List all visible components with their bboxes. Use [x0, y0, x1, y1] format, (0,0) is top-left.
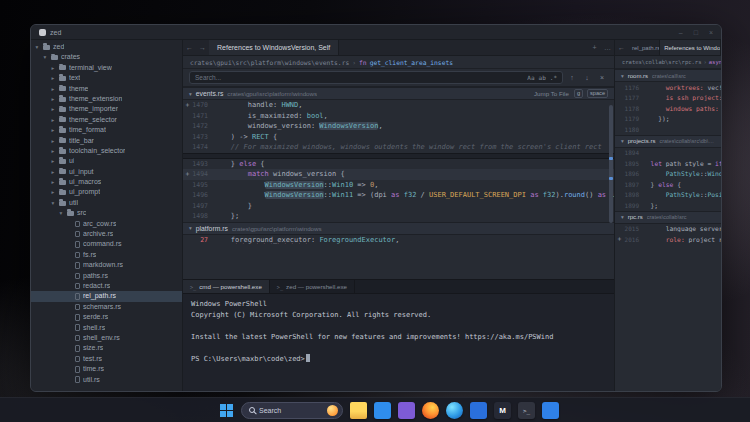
tree-item-size.rs[interactable]: size.rs	[31, 343, 182, 353]
code-line[interactable]: 1894	[615, 148, 721, 159]
code-line[interactable]: 1895 let path_style = if is_windows {	[615, 158, 721, 169]
excerpt-header[interactable]: ▾events.rscrates\gpui\src\platform\windo…	[183, 87, 614, 100]
tree-item-ui_macros[interactable]: ▸ui_macros	[31, 177, 182, 187]
code-line[interactable]: +1494 match windows_version {	[183, 169, 614, 180]
code-line[interactable]: 1498 };	[183, 211, 614, 222]
expand-excerpt-button[interactable]: +	[183, 170, 192, 178]
tree-item-schemars.rs[interactable]: schemars.rs	[31, 302, 182, 312]
expand-excerpt-button[interactable]: +	[615, 235, 624, 243]
search-toggle-whole-word[interactable]: ab	[539, 74, 546, 81]
tree-item-text[interactable]: ▸text	[31, 73, 182, 83]
search-close-button[interactable]: ×	[596, 72, 608, 84]
search-input[interactable]: Search... Aaab.*	[189, 71, 563, 84]
code-line[interactable]: 2015 language_servers,	[615, 224, 721, 235]
nav-back-button-right[interactable]: ←	[615, 40, 628, 55]
excerpt-header[interactable]: ▾projects.rscrates\collab\src\db\queries	[615, 135, 721, 148]
code-line[interactable]: 1180	[615, 124, 721, 135]
scrollbar-thumb[interactable]	[609, 105, 613, 223]
code-line[interactable]: 1495 WindowsVersion::Win10 => 0,	[183, 180, 614, 191]
pane-menu-button[interactable]: …	[601, 40, 614, 55]
terminal-tab[interactable]: >_cmd — powershell.exe	[183, 280, 270, 293]
jump-to-file-button[interactable]: Jump To File	[534, 90, 569, 97]
tree-item-src[interactable]: ▾src	[31, 208, 182, 218]
tree-item-time.rs[interactable]: time.rs	[31, 364, 182, 374]
tree-item-util[interactable]: ▾util	[31, 198, 182, 208]
tab-references-to-windows[interactable]: References to Windows	[660, 40, 721, 55]
code-line[interactable]: 1897 } else {	[615, 179, 721, 190]
tree-item-util.rs[interactable]: util.rs	[31, 375, 182, 385]
new-tab-button[interactable]: +	[588, 40, 601, 55]
code-line[interactable]: 1497 }	[183, 201, 614, 212]
search-prev-button[interactable]: ↑	[566, 72, 578, 84]
code-line[interactable]: 1493 } else {	[183, 159, 614, 170]
tree-item-ui_input[interactable]: ▸ui_input	[31, 167, 182, 177]
code-line[interactable]: 1899 };	[615, 200, 721, 211]
code-line[interactable]: +1470 handle: HWND,	[183, 100, 614, 111]
terminal-output[interactable]: Windows PowerShellCopyright (C) Microsof…	[183, 294, 614, 391]
tree-item-theme_selector[interactable]: ▸theme_selector	[31, 115, 182, 125]
tree-item-zed[interactable]: ▾zed	[31, 42, 182, 52]
excerpt-header[interactable]: ▾room.rscrates\call\src	[615, 69, 721, 82]
tree-item-theme_extension[interactable]: ▸theme_extension	[31, 94, 182, 104]
nav-back-button[interactable]: ←	[183, 40, 196, 55]
code-line[interactable]: 1179 });	[615, 114, 721, 125]
tab-references-windowsversion[interactable]: References to WindowsVersion, Self	[209, 40, 339, 55]
code-line[interactable]: 1472 windows_version: WindowsVersion,	[183, 121, 614, 132]
tree-item-title_bar[interactable]: ▸title_bar	[31, 136, 182, 146]
code-line[interactable]: 27 foreground_executor: ForegroundExecut…	[183, 235, 614, 246]
vscode-icon[interactable]	[542, 402, 559, 419]
breadcrumb-right[interactable]: crates\collab\src\rpc.rs › async fn join…	[615, 56, 721, 69]
tree-item-shell.rs[interactable]: shell.rs	[31, 323, 182, 333]
code-line[interactable]: 1473 ) -> RECT {	[183, 132, 614, 143]
code-line[interactable]: 1176 worktrees: vec![],	[615, 82, 721, 93]
excerpt-header[interactable]: ▾platform.rscrates\gpui\src\platform\win…	[183, 222, 614, 235]
code-line[interactable]: 1474 // For maximized windows, windows o…	[183, 142, 614, 153]
outlook-icon[interactable]	[470, 402, 487, 419]
tree-item-archive.rs[interactable]: archive.rs	[31, 229, 182, 239]
editor-scrollbar[interactable]	[609, 89, 613, 277]
tree-item-command.rs[interactable]: command.rs	[31, 239, 182, 249]
start-button[interactable]	[219, 403, 234, 418]
code-line[interactable]: 1898 PathStyle::Posix	[615, 190, 721, 201]
purple-app-icon[interactable]	[398, 402, 415, 419]
tree-item-serde.rs[interactable]: serde.rs	[31, 312, 182, 322]
tree-item-toolchain_selector[interactable]: ▸toolchain_selector	[31, 146, 182, 156]
taskbar-search[interactable]: Search	[241, 402, 343, 419]
code-line[interactable]: 1177 is_ssh_project: false,	[615, 93, 721, 104]
search-toggle-case-sensitive[interactable]: Aa	[527, 74, 534, 81]
code-line[interactable]: 1896 PathStyle::Windows	[615, 169, 721, 180]
tree-item-fs.rs[interactable]: fs.rs	[31, 250, 182, 260]
tree-item-shell_env.rs[interactable]: shell_env.rs	[31, 333, 182, 343]
terminal-tab[interactable]: >_zed — powershell.exe	[270, 280, 355, 293]
code-line[interactable]: 1178 windows_paths: None,	[615, 103, 721, 114]
tree-item-arc_cow.rs[interactable]: arc_cow.rs	[31, 219, 182, 229]
tree-item-test.rs[interactable]: test.rs	[31, 354, 182, 364]
edge-icon[interactable]	[446, 402, 463, 419]
nav-forward-button[interactable]: →	[196, 40, 209, 55]
tree-item-ui[interactable]: ▸ui	[31, 156, 182, 166]
tree-item-rel_path.rs[interactable]: rel_path.rs	[31, 291, 182, 301]
tab-rel-path-rs[interactable]: rel_path.rs	[628, 40, 660, 55]
code-line[interactable]: 1471 is_maximized: bool,	[183, 111, 614, 122]
tree-item-theme_importer[interactable]: ▸theme_importer	[31, 104, 182, 114]
maximize-button[interactable]: □	[694, 29, 698, 36]
file-explorer-icon[interactable]	[350, 402, 367, 419]
tree-item-redact.rs[interactable]: redact.rs	[31, 281, 182, 291]
tree-item-terminal_view[interactable]: ▸terminal_view	[31, 63, 182, 73]
tree-item-time_format[interactable]: ▸time_format	[31, 125, 182, 135]
tree-item-theme[interactable]: ▸theme	[31, 84, 182, 94]
firefox-icon[interactable]	[422, 402, 439, 419]
minimize-button[interactable]: –	[679, 29, 683, 36]
code-line[interactable]: 1496 WindowsVersion::Win11 => (dpi as f3…	[183, 190, 614, 201]
breadcrumb[interactable]: crates\gpui\src\platform\windows\events.…	[183, 56, 614, 69]
close-button[interactable]: ×	[709, 29, 713, 36]
search-next-button[interactable]: ↓	[581, 72, 593, 84]
search-toggle-regex[interactable]: .*	[550, 74, 557, 81]
tree-item-crates[interactable]: ▾crates	[31, 52, 182, 62]
expand-excerpt-button[interactable]: +	[183, 101, 192, 109]
tree-item-paths.rs[interactable]: paths.rs	[31, 271, 182, 281]
terminal-icon[interactable]: >_	[518, 402, 535, 419]
excerpt-header[interactable]: ▾rpc.rscrates\collab\src	[615, 211, 721, 224]
titlebar[interactable]: zed – □ ×	[31, 25, 721, 40]
code-line[interactable]: +2016 role: project_role,	[615, 234, 721, 245]
